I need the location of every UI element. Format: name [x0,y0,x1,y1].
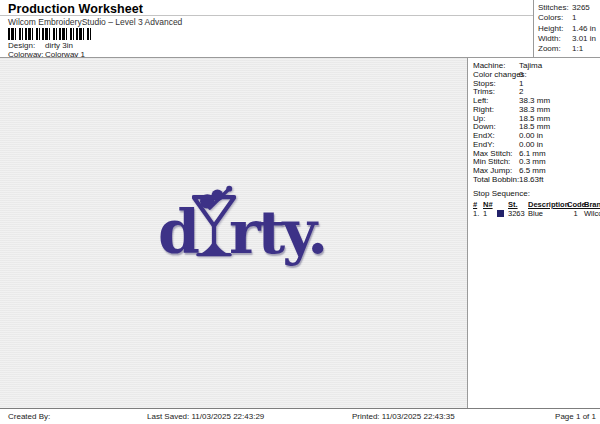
seq-row-num: 1. [473,209,483,219]
main-area: d rty. Machine:Tajima Color changes:0 [0,58,600,408]
design-canvas: d rty. [0,58,468,408]
last-saved: Last Saved: 11/03/2025 22:43:29 [147,412,264,421]
title-divider [0,15,533,16]
col-header-st: St. [508,200,528,210]
design-barcode [8,28,93,40]
design-value: dirty 3in [45,41,73,50]
colors-label: Colors: [538,13,572,23]
embroidery-design-dirty: d rty. [158,185,325,262]
worksheet-header: Production Worksheet Wilcom EmbroiderySt… [0,0,600,58]
summary-row: Zoom:1:1 [534,44,600,54]
printed: Printed: 11/03/2025 22:43:35 [352,412,455,421]
summary-row: Height:1.46 in [534,24,600,34]
col-header-code: Code [567,200,584,210]
col-header-num: # [473,200,483,210]
stitches-label: Stitches: [538,3,572,13]
seq-row-code: 1 [567,209,584,219]
width-label: Width: [538,34,572,44]
col-header-brand: Brand [584,200,600,210]
design-summary-box: Stitches:3265 Colors:1 Height:1.46 in Wi… [533,0,600,57]
machine-info-panel: Machine:Tajima Color changes:0 Stops:1 T… [469,58,600,408]
height-value: 1.46 in [572,24,596,33]
created-by-label: Created By: [8,412,50,421]
colors-value: 1 [572,13,576,22]
app-subtitle: Wilcom EmbroideryStudio – Level 3 Advanc… [8,17,182,27]
martini-glass-icon [192,185,236,260]
page-title: Production Worksheet [8,2,143,16]
height-label: Height: [538,24,572,34]
stitches-value: 3265 [572,3,590,12]
machine-row: Total Bobbin:18.63ft [473,176,600,185]
seq-row-st: 3263 [508,209,528,219]
design-text-right: rty. [229,202,325,262]
summary-row: Colors:1 [534,13,600,23]
width-value: 3.01 in [572,34,596,43]
seq-row-description: Blue [528,209,567,219]
summary-row: Stitches:3265 [534,3,600,13]
stop-sequence-label: Stop Sequence: [473,189,600,198]
thread-color-swatch [497,210,504,217]
zoom-value: 1:1 [572,44,583,53]
design-label: Design: [8,41,45,50]
page-indicator: Page 1 of 1 [555,412,596,421]
worksheet-footer: Created By: Last Saved: 11/03/2025 22:43… [0,408,600,424]
col-header-n: N# [483,200,497,210]
seq-row-brand: Wilcom [584,209,600,219]
col-header-description: Description [528,200,567,210]
seq-row-n: 1 [483,209,497,219]
design-row: Design:dirty 3in [8,41,73,50]
summary-row: Width:3.01 in [534,34,600,44]
stop-sequence-table: # N# St. Description Code Brand 1. 1 326… [473,200,600,219]
zoom-label: Zoom: [538,44,572,54]
